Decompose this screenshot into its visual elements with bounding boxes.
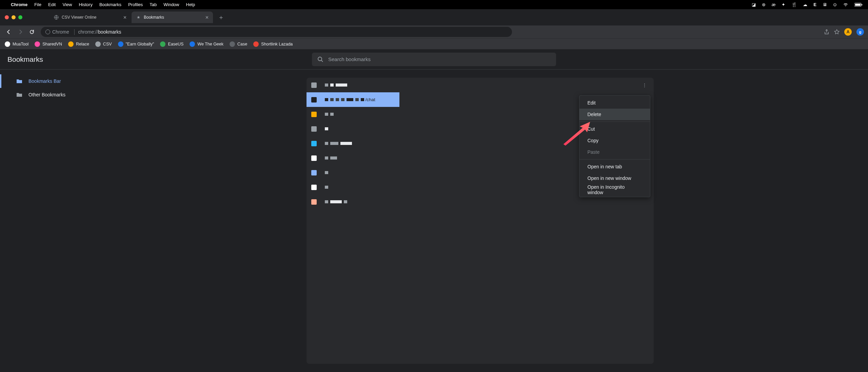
menubar-profiles[interactable]: Profiles xyxy=(128,2,143,7)
status-icon[interactable]: æ xyxy=(772,2,776,7)
status-icon[interactable]: ✦ xyxy=(782,2,785,7)
status-icon[interactable]: ⊛ xyxy=(762,2,766,7)
context-menu-edit[interactable]: Edit xyxy=(579,97,650,109)
window-minimize-button[interactable] xyxy=(12,15,16,19)
menubar-tab[interactable]: Tab xyxy=(150,2,157,7)
context-menu-label: Cut xyxy=(588,126,595,132)
status-icon[interactable]: 🍴 xyxy=(791,2,797,7)
bookmark-item[interactable]: MuaTool xyxy=(5,41,28,47)
bookmark-item[interactable]: CSV xyxy=(95,41,112,47)
address-bar[interactable]: Chrome │ chrome://bookmarks xyxy=(41,27,512,37)
extension-avatar[interactable]: g xyxy=(856,28,864,36)
menubar-help[interactable]: Help xyxy=(186,2,195,7)
share-icon[interactable] xyxy=(824,29,829,35)
favicon-icon xyxy=(253,41,259,47)
status-icon[interactable]: 🖥 xyxy=(823,2,827,7)
tab-bookmarks[interactable]: ★ Bookmarks ✕ xyxy=(132,12,213,23)
wifi-icon[interactable] xyxy=(843,3,848,7)
menubar-file[interactable]: File xyxy=(34,2,41,7)
favicon-icon xyxy=(311,97,317,103)
context-menu-label: Edit xyxy=(588,100,596,106)
favicon-icon xyxy=(160,41,165,47)
status-icon[interactable]: ⊙ xyxy=(833,2,837,7)
favicon-icon xyxy=(311,112,317,117)
menubar-window[interactable]: Window xyxy=(163,2,179,7)
bookmark-label: "Earn Globally" xyxy=(126,42,154,46)
bookmark-item[interactable]: EaseUS xyxy=(160,41,183,47)
globe-icon xyxy=(54,15,59,20)
search-input[interactable]: Search bookmarks xyxy=(312,53,556,66)
cloud-icon[interactable]: ☁ xyxy=(803,2,807,7)
favicon-icon xyxy=(118,41,123,47)
context-menu-label: Delete xyxy=(588,112,601,117)
context-menu-copy[interactable]: Copy xyxy=(579,135,650,146)
page-header: Bookmarks Search bookmarks xyxy=(0,49,868,70)
favicon-icon xyxy=(190,41,195,47)
sidebar-item-label: Bookmarks Bar xyxy=(28,78,61,84)
context-menu-label: Open in new tab xyxy=(588,164,622,169)
reload-button[interactable] xyxy=(27,27,37,37)
bookmark-item[interactable]: We The Geek xyxy=(190,41,223,47)
star-bookmark-icon[interactable] xyxy=(834,29,840,35)
favicon-icon xyxy=(311,126,317,132)
tab-strip: CSV Viewer Online ✕ ★ Bookmarks ✕ ＋ xyxy=(0,9,868,25)
tab-csv-viewer[interactable]: CSV Viewer Online ✕ xyxy=(50,12,131,23)
context-menu-open-new-tab[interactable]: Open in new tab xyxy=(579,161,650,172)
menubar-edit[interactable]: Edit xyxy=(48,2,56,7)
bookmarks-toolbar: MuaTool SharedVN Relace CSV "Earn Global… xyxy=(0,38,868,49)
favicon-icon xyxy=(311,185,317,190)
bookmarks-main: ⋮ /chat xyxy=(100,70,868,372)
list-item[interactable]: /chat xyxy=(307,92,399,107)
chip-label: Chrome xyxy=(52,29,69,35)
bookmarks-list: ⋮ /chat xyxy=(307,78,654,364)
bookmark-item[interactable]: "Earn Globally" xyxy=(118,41,154,47)
bookmark-item[interactable]: Relace xyxy=(68,41,89,47)
favicon-icon xyxy=(35,41,40,47)
menubar-bookmarks[interactable]: Bookmarks xyxy=(99,2,121,7)
forward-button[interactable] xyxy=(16,27,25,37)
context-menu-label: Copy xyxy=(588,138,599,143)
url-path: bookmarks xyxy=(98,29,121,35)
list-item[interactable]: ⋮ xyxy=(307,78,654,92)
context-menu-open-incognito[interactable]: Open in Incognito window xyxy=(579,184,650,196)
bookmark-label: Shortlink Lazada xyxy=(261,42,293,46)
new-tab-button[interactable]: ＋ xyxy=(216,13,226,22)
site-chip: Chrome xyxy=(45,29,69,35)
status-icon[interactable]: E xyxy=(813,2,816,7)
window-controls xyxy=(5,15,22,19)
bookmark-label: Case xyxy=(237,42,247,46)
bookmark-label: EaseUS xyxy=(168,42,183,46)
menubar-view[interactable]: View xyxy=(62,2,72,7)
context-menu-paste[interactable]: Paste xyxy=(579,146,650,158)
context-menu-open-new-window[interactable]: Open in new window xyxy=(579,172,650,184)
close-icon[interactable]: ✕ xyxy=(205,15,209,20)
context-menu-delete[interactable]: Delete xyxy=(579,109,650,120)
tab-title: Bookmarks xyxy=(144,15,201,20)
profile-avatar[interactable]: A xyxy=(844,28,852,36)
menubar-app-name[interactable]: Chrome xyxy=(11,2,27,7)
favicon-icon xyxy=(311,155,317,161)
context-menu-cut[interactable]: Cut xyxy=(579,123,650,135)
bookmark-item[interactable]: Case xyxy=(230,41,247,47)
status-icon[interactable]: ◪ xyxy=(752,2,756,7)
bookmark-item[interactable]: SharedVN xyxy=(35,41,62,47)
close-icon[interactable]: ✕ xyxy=(123,15,127,20)
bookmark-item[interactable]: Shortlink Lazada xyxy=(253,41,293,47)
battery-icon[interactable] xyxy=(854,3,863,7)
sidebar-item-bookmarks-bar[interactable]: Bookmarks Bar xyxy=(0,74,100,88)
folder-icon xyxy=(16,78,22,84)
back-button[interactable] xyxy=(4,27,14,37)
favicon-icon xyxy=(68,41,74,47)
bookmark-label: MuaTool xyxy=(13,42,28,46)
bookmark-label: We The Geek xyxy=(197,42,223,46)
context-menu-label: Open in Incognito window xyxy=(588,184,642,195)
kebab-menu-icon[interactable]: ⋮ xyxy=(640,81,649,89)
bookmark-label: Relace xyxy=(76,42,89,46)
window-maximize-button[interactable] xyxy=(18,15,22,19)
window-close-button[interactable] xyxy=(5,15,9,19)
svg-point-4 xyxy=(318,57,322,61)
sidebar-item-other-bookmarks[interactable]: Other Bookmarks xyxy=(0,88,100,101)
menubar-history[interactable]: History xyxy=(79,2,92,7)
favicon-icon xyxy=(311,199,317,205)
favicon-icon xyxy=(311,170,317,175)
